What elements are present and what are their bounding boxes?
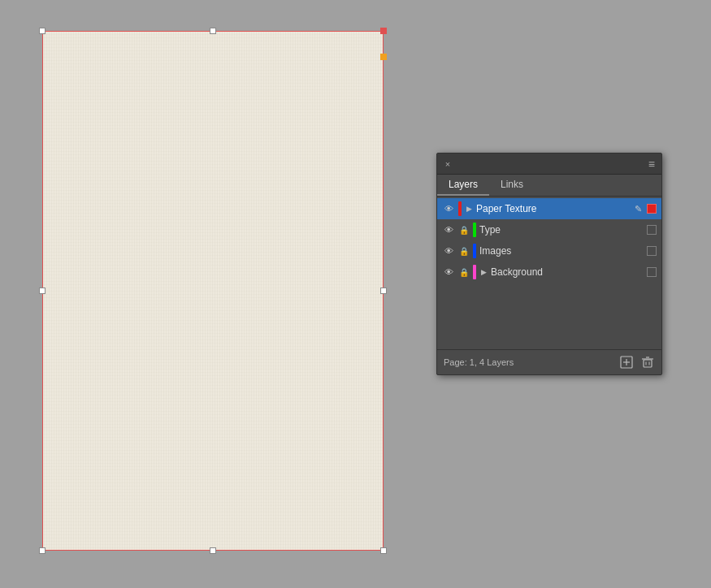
edit-icon-paper-texture[interactable]: ✎	[632, 203, 644, 214]
layer-name-paper-texture: Paper Texture	[476, 203, 629, 214]
delete-layer-button[interactable]	[640, 355, 655, 370]
color-swatch-paper-texture	[647, 204, 657, 214]
document-wrapper	[42, 31, 384, 551]
layer-row-paper-texture[interactable]: 👁 ▶ Paper Texture ✎	[437, 198, 661, 219]
eye-icon-background[interactable]: 👁	[442, 266, 455, 279]
handle-bottom-right[interactable]	[380, 547, 387, 554]
eye-icon-images[interactable]: 👁	[442, 244, 455, 257]
layer-name-images: Images	[479, 245, 644, 257]
handle-top-right[interactable]	[380, 28, 387, 34]
color-bar-images	[473, 244, 476, 258]
color-bar-type	[473, 223, 476, 237]
panel-footer: Page: 1, 4 Layers	[437, 349, 661, 374]
add-layer-button[interactable]	[619, 355, 634, 370]
panel-footer-icons	[619, 355, 655, 370]
lock-icon-type[interactable]: 🔒	[458, 224, 470, 236]
panel-tabs: Layers Links	[437, 175, 661, 197]
lock-icon-images[interactable]: 🔒	[458, 245, 470, 257]
eye-icon-paper-texture[interactable]: 👁	[442, 202, 455, 215]
handle-bottom-left[interactable]	[39, 547, 46, 554]
handle-bottom-center[interactable]	[210, 547, 216, 554]
layers-panel: × ≡ Layers Links 👁 ▶ Paper Texture ✎ 👁 🔒	[436, 153, 662, 375]
panel-menu-icon[interactable]: ≡	[648, 158, 655, 171]
visibility-square-background	[647, 267, 657, 277]
layer-row-background[interactable]: 👁 🔒 ▶ Background	[437, 262, 661, 283]
layer-name-type: Type	[479, 224, 644, 236]
eye-icon-type[interactable]: 👁	[442, 223, 455, 236]
layer-row-type[interactable]: 👁 🔒 Type	[437, 219, 661, 240]
visibility-square-images	[647, 246, 657, 256]
panel-close-button[interactable]: ×	[444, 160, 452, 168]
expand-icon-background[interactable]: ▶	[479, 268, 488, 276]
expand-icon-paper-texture[interactable]: ▶	[465, 205, 473, 213]
handle-middle-right[interactable]	[380, 288, 387, 294]
visibility-square-type	[647, 225, 657, 235]
page-info-text: Page: 1, 4 Layers	[444, 357, 514, 367]
link-indicator-handle[interactable]	[380, 54, 387, 60]
color-bar-paper-texture	[458, 201, 462, 216]
tab-links[interactable]: Links	[489, 175, 535, 196]
color-bar-background	[473, 265, 476, 279]
canvas-area: × ≡ Layers Links 👁 ▶ Paper Texture ✎ 👁 🔒	[0, 0, 711, 588]
svg-rect-3	[644, 360, 652, 367]
lock-icon-background[interactable]: 🔒	[458, 266, 470, 278]
panel-titlebar: × ≡	[437, 153, 661, 175]
handle-top-left[interactable]	[39, 28, 46, 34]
layer-name-background: Background	[491, 266, 644, 278]
selection-border	[42, 31, 384, 551]
layer-row-images[interactable]: 👁 🔒 Images	[437, 240, 661, 262]
handle-middle-left[interactable]	[39, 288, 46, 294]
layers-list: 👁 ▶ Paper Texture ✎ 👁 🔒 Type 👁 🔒 I	[437, 197, 661, 284]
handle-top-center[interactable]	[210, 28, 216, 34]
tab-layers[interactable]: Layers	[437, 175, 489, 196]
